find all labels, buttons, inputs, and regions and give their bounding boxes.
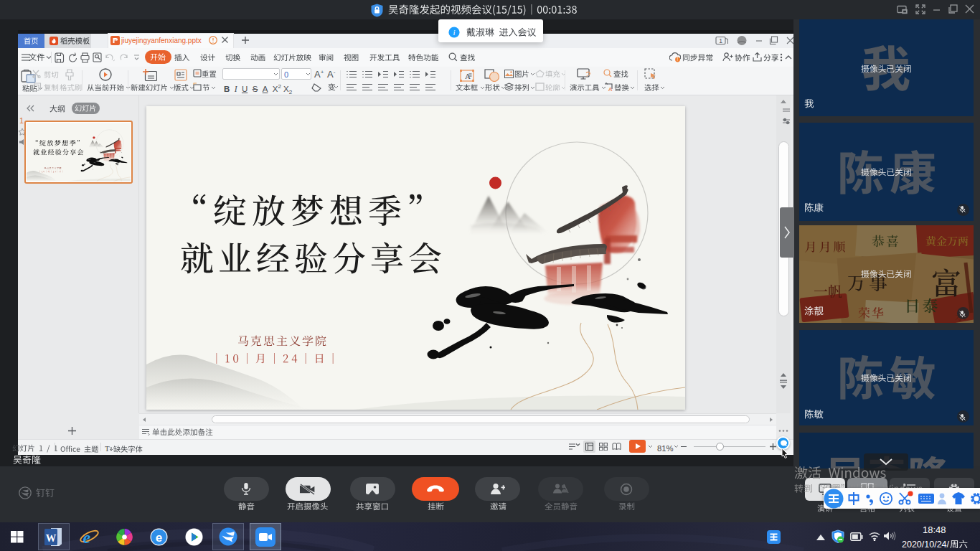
svg-text:W: W xyxy=(46,532,57,544)
svg-text:T: T xyxy=(105,444,110,453)
svg-text:i: i xyxy=(453,28,455,37)
svg-text:e: e xyxy=(156,531,162,545)
svg-text:1: 1 xyxy=(719,37,722,44)
svg-text:!: ! xyxy=(677,57,679,62)
svg-text:A: A xyxy=(608,86,613,92)
svg-text:e: e xyxy=(83,528,91,547)
